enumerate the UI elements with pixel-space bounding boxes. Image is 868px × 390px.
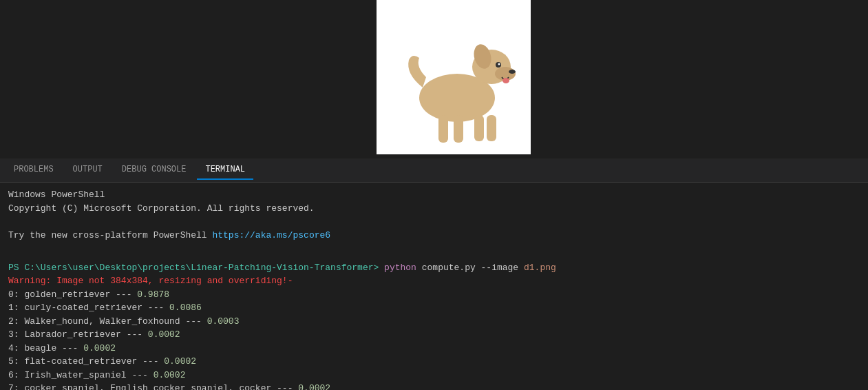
tab-bar: PROBLEMS OUTPUT DEBUG CONSOLE TERMINAL — [0, 158, 868, 183]
terminal-area[interactable]: Windows PowerShell Copyright (C) Microso… — [0, 183, 868, 390]
line-warning: Warning: Image not 384x384, resizing and… — [8, 274, 860, 288]
svg-rect-9 — [474, 115, 484, 141]
line-blank-2 — [8, 242, 860, 256]
line-command: PS C:\Users\user\Desktop\projects\Linear… — [8, 261, 860, 275]
tab-problems[interactable]: PROBLEMS — [6, 161, 62, 180]
svg-point-3 — [509, 70, 516, 74]
result-6: 6: Irish_water_spaniel --- 0.0002 — [8, 369, 860, 382]
dog-image-container — [377, 0, 531, 154]
svg-point-11 — [502, 78, 509, 83]
dog-image — [385, 8, 522, 146]
line-powershell-title: Windows PowerShell — [8, 188, 860, 202]
svg-point-5 — [498, 63, 500, 65]
cmd-args: compute.py — [422, 263, 481, 273]
image-area — [0, 0, 868, 158]
result-5: 5: flat-coated_retriever --- 0.0002 — [8, 355, 860, 369]
py-keyword: python — [384, 263, 416, 273]
svg-rect-8 — [454, 115, 463, 143]
flag-value: d1.png — [524, 263, 556, 273]
line-pscore: Try the new cross-platform PowerShell ht… — [8, 229, 860, 243]
result-3: 3: Labrador_retriever --- 0.0002 — [8, 328, 860, 342]
tab-terminal[interactable]: TERMINAL — [197, 161, 253, 180]
result-1: 1: curly-coated_retriever --- 0.0086 — [8, 301, 860, 315]
result-7: 7: cocker_spaniel, English_cocker_spanie… — [8, 382, 860, 390]
tab-debug-console[interactable]: DEBUG CONSOLE — [114, 161, 195, 180]
ps-prompt: PS C:\Users\user\Desktop\projects\Linear… — [8, 263, 379, 273]
line-blank-1 — [8, 215, 860, 229]
svg-rect-10 — [487, 115, 496, 141]
svg-rect-7 — [438, 115, 448, 143]
tab-output[interactable]: OUTPUT — [65, 161, 111, 180]
result-4: 4: beagle --- 0.0002 — [8, 342, 860, 356]
flag-image: --image — [481, 263, 524, 273]
line-copyright: Copyright (C) Microsoft Corporation. All… — [8, 202, 860, 216]
result-0: 0: golden_retriever --- 0.9878 — [8, 288, 860, 302]
result-2: 2: Walker_hound, Walker_foxhound --- 0.0… — [8, 315, 860, 329]
